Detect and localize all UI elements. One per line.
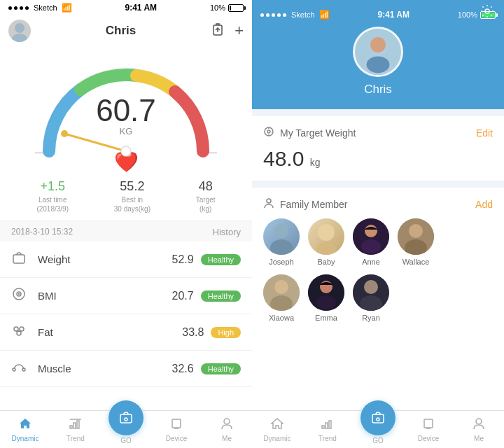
- family-member-emma[interactable]: Emma: [308, 274, 344, 322]
- metric-name-fat: Fat: [38, 326, 182, 338]
- svg-rect-6: [13, 255, 24, 263]
- svg-point-37: [274, 224, 288, 238]
- avatar-baby: [308, 218, 344, 255]
- edit-button[interactable]: Edit: [476, 127, 493, 139]
- home-icon-right: [270, 417, 284, 433]
- family-member-wallace[interactable]: Wallace: [398, 218, 434, 266]
- stat-value-2: 48: [196, 179, 216, 194]
- metric-value-muscle: 32.6: [172, 363, 194, 375]
- target-weight-header: My Target Weight Edit: [263, 126, 493, 140]
- nav-go-left[interactable]: GO: [101, 411, 151, 448]
- nav-me-left[interactable]: Me: [202, 411, 252, 448]
- metric-badge-bmi: Healthy: [201, 290, 241, 302]
- svg-point-39: [318, 224, 335, 241]
- nav-trend-left[interactable]: Trend: [50, 411, 101, 448]
- svg-rect-21: [120, 414, 132, 423]
- fat-icon: [11, 323, 32, 342]
- nav-trend-right[interactable]: Trend: [302, 411, 353, 448]
- svg-point-36: [267, 199, 271, 203]
- avatar-ryan: [353, 274, 389, 311]
- family-member-ryan[interactable]: Ryan: [353, 274, 389, 322]
- svg-point-12: [17, 331, 21, 335]
- svg-point-11: [20, 327, 24, 331]
- svg-point-40: [316, 242, 336, 255]
- metric-muscle[interactable]: Muscle 32.6 Healthy: [0, 351, 252, 387]
- target-weight-unit: kg: [310, 157, 321, 168]
- metric-bmi[interactable]: BMI 20.7 Healthy: [0, 278, 252, 314]
- weight-icon: [11, 250, 32, 269]
- muscle-icon: [11, 359, 32, 378]
- bmi-icon: [11, 286, 32, 305]
- go-circle-left[interactable]: [108, 400, 144, 435]
- go-circle-right[interactable]: [360, 400, 396, 435]
- svg-rect-18: [74, 423, 76, 428]
- date-label: 2018-3-10 15:32: [11, 227, 73, 237]
- gauge-section: 60.7 KG — 30 80 — ❤️ +1.5 Last time(2018…: [0, 46, 252, 220]
- svg-rect-17: [70, 426, 72, 428]
- gauge-container: 60.7 KG: [28, 53, 224, 162]
- svg-point-38: [270, 239, 293, 255]
- profile-avatar[interactable]: [353, 27, 403, 77]
- svg-rect-56: [322, 426, 324, 428]
- add-member-button[interactable]: Add: [475, 199, 493, 210]
- family-section: Family Member Add Joseph: [252, 188, 504, 410]
- target-weight-section: My Target Weight Edit 48.0 kg: [252, 116, 504, 181]
- device-icon-right: [421, 417, 435, 433]
- time-left: 9:41 AM: [125, 3, 158, 13]
- metric-fat[interactable]: Fat 33.8 High: [0, 314, 252, 351]
- avatar-wallace: [398, 218, 434, 255]
- svg-point-45: [409, 224, 423, 238]
- member-name-anne: Anne: [362, 258, 380, 266]
- member-name-wallace: Wallace: [402, 258, 430, 266]
- family-members-row-2: Xiaowa Emma: [263, 274, 493, 322]
- family-icon: [263, 197, 274, 211]
- stat-value-1: 55.2: [114, 179, 150, 194]
- nav-me-right[interactable]: Me: [454, 411, 504, 448]
- metric-value-weight: 52.9: [172, 253, 194, 266]
- family-members-row: Joseph Baby: [263, 218, 493, 266]
- family-member-joseph[interactable]: Joseph: [263, 218, 300, 266]
- svg-point-52: [316, 295, 336, 309]
- svg-point-16: [22, 368, 25, 371]
- nav-device-right[interactable]: Device: [403, 411, 454, 448]
- family-title-row: Family Member: [263, 197, 347, 211]
- device-icon-left: [169, 417, 183, 433]
- member-name-emma: Emma: [315, 314, 337, 322]
- nav-dynamic-right[interactable]: Dynamic: [252, 411, 302, 448]
- avatar-anne: [353, 218, 389, 255]
- right-panel: Sketch 📶 9:41 AM 100% Chris: [252, 0, 504, 448]
- nav-dynamic-left[interactable]: Dynamic: [0, 411, 50, 448]
- member-name-ryan: Ryan: [362, 314, 380, 322]
- avatar-xiaowa: [263, 274, 300, 311]
- family-member-anne[interactable]: Anne: [353, 218, 389, 266]
- nav-label-trend-right: Trend: [318, 435, 337, 442]
- trend-icon-right: [321, 417, 335, 433]
- settings-icon[interactable]: [480, 4, 494, 22]
- stat-value-0: +1.5: [36, 179, 69, 194]
- battery-pct-left: 10%: [210, 4, 225, 12]
- profile-name: Chris: [364, 83, 392, 97]
- member-name-baby: Baby: [317, 258, 335, 266]
- scale-icon-right: [370, 410, 386, 426]
- metric-weight[interactable]: Weight 52.9 Healthy: [0, 241, 252, 278]
- me-icon-right: [472, 417, 486, 433]
- scale-icon-left: [118, 410, 134, 426]
- avatar-joseph: [263, 218, 300, 255]
- stat-label-0: Last time(2018/3/9): [36, 195, 69, 214]
- me-icon-left: [220, 417, 234, 433]
- family-member-baby[interactable]: Baby: [308, 218, 344, 266]
- user-avatar-left[interactable]: [8, 20, 31, 42]
- history-link[interactable]: History: [213, 227, 241, 237]
- header-left: Chris +: [0, 15, 252, 46]
- svg-rect-57: [326, 423, 328, 428]
- family-member-xiaowa[interactable]: Xiaowa: [263, 274, 300, 322]
- member-name-joseph: Joseph: [269, 258, 293, 266]
- nav-label-go-left: GO: [120, 437, 132, 444]
- share-icon[interactable]: [211, 22, 225, 40]
- metric-badge-fat: High: [211, 327, 241, 338]
- nav-device-left[interactable]: Device: [151, 411, 202, 448]
- nav-go-right[interactable]: GO: [353, 411, 403, 448]
- add-icon[interactable]: +: [234, 22, 244, 40]
- svg-point-0: [15, 23, 24, 33]
- profile-header: Sketch 📶 9:41 AM 100% Chris: [252, 0, 504, 109]
